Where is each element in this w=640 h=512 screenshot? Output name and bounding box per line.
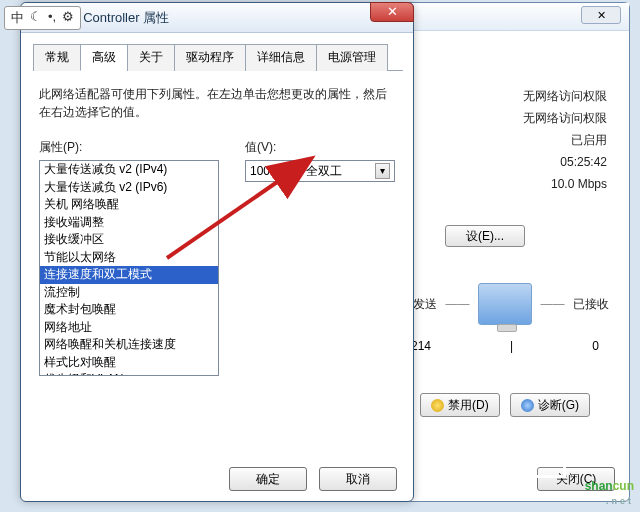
property-label: 属性(P): (39, 139, 225, 156)
tab-about[interactable]: 关于 (127, 44, 175, 71)
settings-button[interactable]: 设(E)... (445, 225, 525, 247)
shield-icon (431, 399, 444, 412)
watermark-house-icon (530, 442, 566, 478)
received-value: 0 (592, 339, 599, 353)
tab-advanced[interactable]: 高级 (80, 44, 128, 71)
property-item[interactable]: 接收缓冲区 (40, 231, 218, 249)
activity-section: 已发送 —— —— 已接收 214 | 0 (395, 283, 615, 353)
property-item[interactable]: 大量传送减负 v2 (IPv6) (40, 179, 218, 197)
property-item[interactable]: 网络唤醒和关机连接速度 (40, 336, 218, 354)
back-close-button[interactable]: ✕ (581, 6, 621, 24)
tab-driver[interactable]: 驱动程序 (174, 44, 246, 71)
property-item[interactable]: 连接速度和双工模式 (40, 266, 218, 284)
network-status-dialog: 志 ✕ 无网络访问权限 无网络访问权限 已启用 05:25:42 10.0 Mb… (380, 2, 630, 502)
sent-value: 214 (411, 339, 431, 353)
received-label: 已接收 (573, 296, 609, 313)
property-item[interactable]: 关机 网络唤醒 (40, 196, 218, 214)
property-item[interactable]: 网络地址 (40, 319, 218, 337)
property-item[interactable]: 节能以太网络 (40, 249, 218, 267)
ok-button[interactable]: 确定 (229, 467, 307, 491)
property-item[interactable]: 魔术封包唤醒 (40, 301, 218, 319)
tab-general[interactable]: 常规 (33, 44, 81, 71)
link-speed: 10.0 Mbps (395, 173, 607, 195)
ime-item[interactable]: •, (48, 9, 56, 27)
tab-power[interactable]: 电源管理 (316, 44, 388, 71)
watermark: shancun .net (585, 470, 634, 506)
property-listbox[interactable]: 大量传送减负 v2 (IPv4)大量传送减负 v2 (IPv6)关机 网络唤醒接… (39, 160, 219, 376)
close-icon[interactable]: ✕ (370, 2, 414, 22)
tab-details[interactable]: 详细信息 (245, 44, 317, 71)
value-dropdown[interactable]: 100 Mbps 全双工 ▾ (245, 160, 395, 182)
network-info: 无网络访问权限 无网络访问权限 已启用 05:25:42 10.0 Mbps (395, 85, 607, 195)
ime-toolbar[interactable]: 中 ☾ •, ⚙ (4, 6, 81, 30)
property-item[interactable]: 大量传送减负 v2 (IPv4) (40, 161, 218, 179)
chevron-down-icon[interactable]: ▾ (375, 163, 390, 179)
property-item[interactable]: 样式比对唤醒 (40, 354, 218, 372)
ime-item[interactable]: ☾ (30, 9, 42, 27)
media-state: 已启用 (395, 129, 607, 151)
ime-item[interactable]: 中 (11, 9, 24, 27)
value-label: 值(V): (245, 139, 395, 156)
cancel-button[interactable]: 取消 (319, 467, 397, 491)
dropdown-value: 100 Mbps 全双工 (250, 163, 342, 180)
property-item[interactable]: 优先级和VLAN (40, 371, 218, 376)
tab-strip: 常规 高级 关于 驱动程序 详细信息 电源管理 (33, 43, 403, 71)
ipv4-access: 无网络访问权限 (395, 85, 607, 107)
duration: 05:25:42 (395, 151, 607, 173)
property-item[interactable]: 接收端调整 (40, 214, 218, 232)
intro-text: 此网络适配器可使用下列属性。在左边单击您想更改的属性，然后在右边选择它的值。 (39, 85, 395, 121)
ipv6-access: 无网络访问权限 (395, 107, 607, 129)
property-item[interactable]: 流控制 (40, 284, 218, 302)
adapter-properties-dialog: E Family Controller 属性 ✕ 常规 高级 关于 驱动程序 详… (20, 2, 414, 502)
computer-icon (478, 283, 532, 325)
disable-button[interactable]: 禁用(D) (420, 393, 500, 417)
ime-item[interactable]: ⚙ (62, 9, 74, 27)
shield-icon (521, 399, 534, 412)
diagnose-button[interactable]: 诊断(G) (510, 393, 590, 417)
